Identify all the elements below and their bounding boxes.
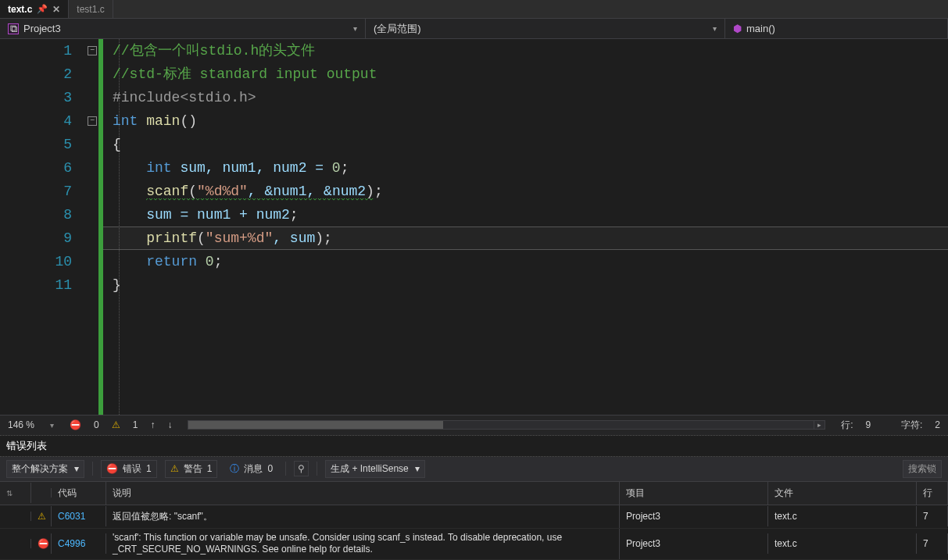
error-list-toolbar: 整个解决方案 ▾ ⛔ 错误 1 ⚠ 警告 1 ⓘ 消息 0 ⚲ 生成 + Int…	[0, 457, 948, 482]
header-sort[interactable]: ⇅	[0, 483, 31, 503]
info-icon: ⓘ	[230, 462, 239, 476]
comment-text: //std-标准 standard input output	[113, 66, 377, 82]
prev-issue-button[interactable]: ↑	[150, 419, 155, 430]
error-icon: ⛔	[38, 538, 49, 549]
error-search-input[interactable]: 搜索锁	[903, 460, 942, 478]
separator	[92, 462, 93, 476]
error-list-title: 错误列表	[0, 435, 948, 457]
code-editor[interactable]: 1 2 3 4 5 6 7 8 9 10 11 − − //包含一个叫stdio…	[0, 39, 948, 415]
close-icon[interactable]: ✕	[52, 4, 60, 15]
warning-icon[interactable]: ⚠	[112, 419, 120, 430]
scroll-right-icon[interactable]: ▸	[814, 421, 825, 429]
header-code[interactable]: 代码	[52, 482, 106, 505]
header-desc[interactable]: 说明	[106, 482, 620, 505]
separator	[317, 462, 317, 476]
filter-errors-button[interactable]: ⛔ 错误 1	[101, 460, 157, 478]
editor-status-bar: 146 % ▾ ⛔ 0 ⚠ 1 ↑ ↓ ◂ ▸ 行: 9 字符: 2	[0, 415, 948, 435]
cursor-col-label: 字符:	[901, 419, 922, 432]
comment-text: //包含一个叫stdio.h的头文件	[113, 43, 315, 59]
error-table: ⇅ 代码 说明 项目 文件 行 ⚠ C6031 返回值被忽略: "scanf"。…	[0, 482, 948, 560]
error-code: C6031	[52, 506, 106, 526]
nav-scope-dropdown[interactable]: (全局范围) ▾	[366, 19, 725, 38]
horizontal-scrollbar[interactable]: ◂ ▸	[188, 420, 825, 430]
nav-project-label: Project3	[23, 23, 61, 34]
separator	[285, 462, 286, 476]
warning-count: 1	[133, 419, 138, 430]
tab-test1-c[interactable]: test1.c	[69, 0, 113, 18]
context-navbar: ⧉ Project3 ▾ (全局范围) ▾ ⬢ main()	[0, 19, 948, 39]
scope-label: 整个解决方案	[12, 462, 68, 476]
project-icon: ⧉	[8, 23, 19, 34]
scope-dropdown[interactable]: 整个解决方案 ▾	[6, 460, 84, 478]
fold-collapse-icon[interactable]: −	[88, 116, 97, 126]
line-number-gutter: 1 2 3 4 5 6 7 8 9 10 11	[0, 39, 86, 415]
tab-text-c[interactable]: text.c 📌 ✕	[0, 0, 69, 18]
error-table-header: ⇅ 代码 说明 项目 文件 行	[0, 482, 948, 505]
chevron-down-icon: ▾	[415, 463, 420, 474]
error-icon: ⛔	[106, 463, 118, 474]
warning-icon: ⚠	[38, 511, 46, 522]
cube-icon: ⬢	[733, 23, 742, 34]
fold-margin: − −	[86, 39, 103, 415]
error-icon[interactable]: ⛔	[70, 419, 81, 430]
include-directive: #include	[113, 90, 180, 105]
next-issue-button[interactable]: ↓	[167, 419, 172, 430]
header-file[interactable]: 文件	[768, 482, 917, 505]
chevron-down-icon: ▾	[353, 24, 357, 33]
editor-tabs: text.c 📌 ✕ test1.c	[0, 0, 948, 19]
code-area[interactable]: //包含一个叫stdio.h的头文件 //std-标准 standard inp…	[103, 39, 948, 415]
error-row[interactable]: ⚠ C6031 返回值被忽略: "scanf"。 Project3 text.c…	[0, 505, 948, 529]
source-dropdown[interactable]: 生成 + IntelliSense ▾	[325, 460, 425, 478]
zoom-level[interactable]: 146 %	[8, 419, 34, 430]
nav-project-dropdown[interactable]: ⧉ Project3 ▾	[0, 19, 366, 38]
error-file: text.c	[768, 506, 917, 526]
chevron-down-icon: ▾	[713, 24, 717, 33]
scrollbar-thumb[interactable]	[188, 421, 443, 429]
error-desc: 'scanf': This function or variable may b…	[106, 529, 620, 559]
error-row[interactable]: ⛔ C4996 'scanf': This function or variab…	[0, 529, 948, 560]
cursor-col-value: 2	[935, 419, 940, 430]
error-count: 0	[94, 419, 99, 430]
fold-collapse-icon[interactable]: −	[88, 46, 97, 55]
tab-label: text.c	[8, 4, 32, 15]
error-code: C4996	[52, 533, 106, 554]
pin-icon[interactable]: 📌	[37, 4, 48, 14]
nav-scope-label: (全局范围)	[374, 22, 421, 36]
error-line: 7	[917, 506, 948, 526]
error-desc: 返回值被忽略: "scanf"。	[106, 505, 620, 528]
warning-icon: ⚠	[170, 463, 179, 474]
filter-icon[interactable]: ⚲	[294, 461, 309, 476]
nav-member-label: main()	[746, 23, 775, 34]
header-project[interactable]: 项目	[620, 482, 768, 505]
error-file: text.c	[768, 533, 917, 554]
filter-messages-button[interactable]: ⓘ 消息 0	[225, 461, 277, 477]
tab-label: test1.c	[77, 4, 104, 15]
cursor-line-label: 行:	[841, 419, 853, 432]
error-project: Project3	[620, 506, 768, 526]
chevron-down-icon: ▾	[74, 463, 79, 474]
chevron-down-icon[interactable]: ▾	[47, 419, 57, 431]
nav-member-dropdown[interactable]: ⬢ main()	[725, 19, 948, 38]
error-project: Project3	[620, 533, 768, 554]
cursor-line-value: 9	[866, 419, 871, 430]
source-label: 生成 + IntelliSense	[331, 462, 409, 476]
header-line[interactable]: 行	[917, 482, 948, 505]
filter-warnings-button[interactable]: ⚠ 警告 1	[165, 460, 218, 478]
error-line: 7	[917, 533, 948, 554]
